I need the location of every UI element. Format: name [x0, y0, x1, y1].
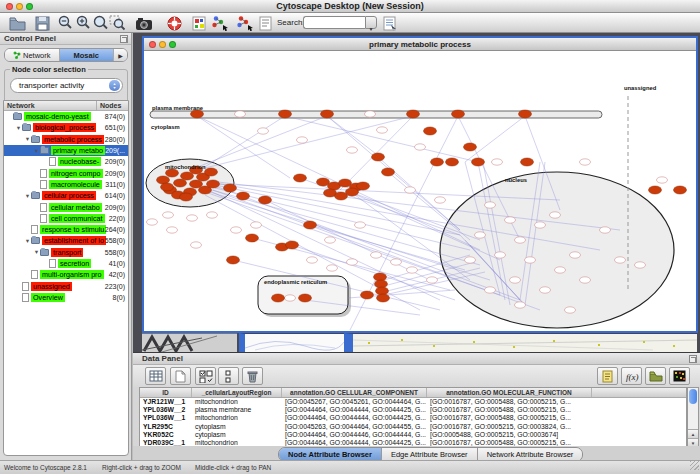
float-panel-icon[interactable] [120, 35, 128, 43]
search-dropdown-button[interactable] [365, 16, 377, 29]
attribute-matrix-small-button[interactable] [218, 367, 239, 385]
column-header-id[interactable]: ID [140, 388, 192, 397]
network-node-small[interactable] [550, 212, 561, 218]
network-node-small[interactable] [515, 302, 526, 308]
network-node[interactable] [407, 110, 420, 118]
expand-arrow-icon[interactable]: ▼ [24, 136, 31, 142]
network-node-small[interactable] [207, 212, 218, 218]
network-node-small[interactable] [377, 127, 388, 133]
background-window-2[interactable] [239, 333, 344, 352]
network-node-small[interactable] [191, 242, 202, 248]
tree-row[interactable]: secretion41(0) [4, 258, 128, 269]
tree-row[interactable]: response to stimulu264(0) [4, 224, 128, 235]
tree-row[interactable]: mosaic-demo-yeast874(0) [4, 111, 128, 122]
network-node-small[interactable] [615, 257, 626, 263]
tree-row[interactable]: cellular metabo209(0) [4, 201, 128, 212]
network-node[interactable] [377, 294, 390, 302]
network-node[interactable] [294, 174, 307, 182]
network-node-small[interactable] [307, 257, 318, 263]
network-node[interactable] [191, 110, 204, 118]
network-node-small[interactable] [235, 111, 246, 117]
tree-row[interactable]: ▼metabolic process280(0) [4, 134, 128, 145]
tree-row[interactable]: ▼primary metabo209(... [4, 145, 128, 156]
network-node-small[interactable] [187, 215, 198, 221]
network-node[interactable] [246, 234, 259, 242]
column-header-molecular-function[interactable]: annotation.GO MOLECULAR_FUNCTION [427, 388, 592, 397]
save-button[interactable] [33, 14, 51, 32]
network-edge[interactable] [465, 116, 525, 162]
network-node-small[interactable] [285, 295, 296, 301]
view-zoom-button[interactable] [169, 41, 176, 48]
notes-button[interactable] [597, 367, 618, 385]
network-node[interactable] [166, 169, 179, 177]
network-node[interactable] [174, 179, 187, 187]
search-input[interactable] [303, 16, 365, 29]
network-node[interactable] [224, 184, 237, 192]
network-node[interactable] [361, 291, 374, 299]
network-node-small[interactable] [355, 222, 366, 228]
tree-row[interactable]: multi-organism pro42(0) [4, 269, 128, 280]
zoom-in-button[interactable] [74, 14, 92, 32]
tab-mosaic[interactable]: Mosaic [60, 49, 115, 61]
create-view-icon[interactable] [235, 14, 257, 32]
tab-overflow-button[interactable]: ▶ [114, 49, 127, 61]
network-node-small[interactable] [525, 257, 536, 263]
network-node-small[interactable] [485, 287, 496, 293]
select-attributes-button[interactable] [145, 367, 166, 385]
network-node-small[interactable] [505, 217, 516, 223]
network-node-small[interactable] [325, 237, 336, 243]
network-node-small[interactable] [415, 144, 426, 150]
network-edge[interactable] [200, 116, 285, 170]
annotation-icon[interactable] [257, 14, 273, 32]
resize-grip[interactable] [690, 461, 699, 470]
tree-row[interactable]: ▼establishment of lo558(0) [4, 235, 128, 246]
network-node[interactable] [272, 294, 285, 302]
tree-row[interactable]: ▼biological_process651(0) [4, 122, 128, 133]
network-node-small[interactable] [163, 212, 174, 218]
expand-arrow-icon[interactable]: ▼ [24, 193, 31, 199]
network-node-small[interactable] [391, 259, 402, 265]
table-scrollbar[interactable]: ▲ ▼ [687, 387, 699, 448]
function-builder-button[interactable]: f(x) [621, 367, 642, 385]
tree-row[interactable]: Overview8(0) [4, 292, 128, 303]
zoom-out-button[interactable] [56, 14, 74, 32]
network-node[interactable] [649, 186, 662, 194]
network-node-small[interactable] [570, 252, 581, 258]
new-attribute-button[interactable] [170, 367, 191, 385]
network-node-small[interactable] [510, 277, 521, 283]
network-node-small[interactable] [347, 147, 358, 153]
network-node-small[interactable] [258, 128, 269, 134]
network-view-window[interactable]: primary metabolic process plasma membran… [142, 36, 698, 333]
network-node[interactable] [424, 127, 437, 135]
network-node[interactable] [304, 221, 317, 229]
network-node[interactable] [346, 188, 359, 196]
network-node-small[interactable] [580, 159, 591, 165]
zoom-selected-button[interactable] [108, 14, 127, 32]
network-node-small[interactable] [251, 222, 262, 228]
tree-column-nodes[interactable]: Nodes [97, 101, 121, 110]
network-node-small[interactable] [580, 277, 591, 283]
network-node-small[interactable] [465, 257, 476, 263]
tree-row[interactable]: ▼transport558(0) [4, 247, 128, 258]
column-header-cellular-component[interactable]: annotation.GO CELLULAR_COMPONENT [282, 388, 427, 397]
network-node-small[interactable] [435, 197, 446, 203]
network-node[interactable] [321, 110, 334, 118]
network-node[interactable] [299, 294, 312, 302]
heatmap-button[interactable] [669, 367, 690, 385]
tree-row[interactable]: ▼cellular process614(0) [4, 190, 128, 201]
network-node[interactable] [161, 183, 174, 191]
network-node-small[interactable] [371, 252, 382, 258]
network-node[interactable] [521, 158, 534, 166]
network-node[interactable] [431, 158, 444, 166]
network-node-small[interactable] [600, 227, 611, 233]
network-node-small[interactable] [365, 111, 376, 117]
view-minimize-button[interactable] [159, 41, 166, 48]
network-node-small[interactable] [485, 202, 496, 208]
network-node-small[interactable] [475, 232, 486, 238]
network-node[interactable] [237, 192, 250, 200]
network-node[interactable] [372, 153, 385, 161]
network-canvas[interactable]: plasma membranecytoplasmmitochondrionnuc… [144, 51, 696, 331]
network-node-small[interactable] [147, 219, 158, 225]
network-node[interactable] [446, 158, 459, 166]
network-node[interactable] [207, 180, 220, 188]
